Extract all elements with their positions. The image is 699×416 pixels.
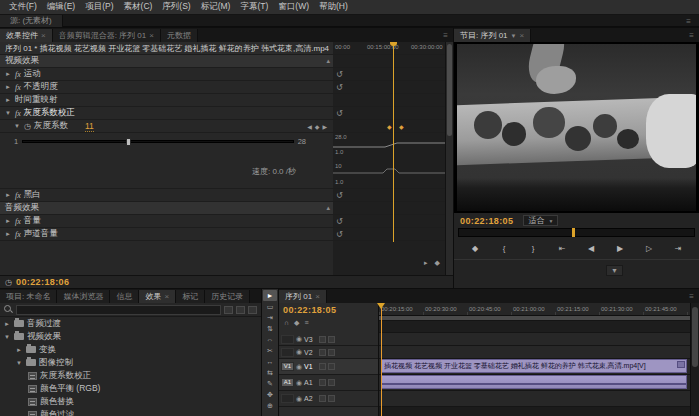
- track-header-a2[interactable]: ◉ A2: [279, 391, 378, 407]
- track-v3[interactable]: [379, 333, 690, 346]
- track-style-icon[interactable]: [328, 363, 335, 370]
- tab-info[interactable]: 信息: [110, 290, 139, 303]
- rate-stretch-tool[interactable]: ⇔: [263, 334, 277, 345]
- panel-menu-icon[interactable]: ≡: [684, 31, 699, 40]
- scrubber-playhead[interactable]: [572, 228, 575, 237]
- menu-title[interactable]: 字幕(T): [235, 0, 273, 14]
- hand-tool[interactable]: ✥: [263, 389, 277, 400]
- tab-effect-controls[interactable]: 效果控件 ×: [0, 29, 53, 42]
- effect-controls-timecode[interactable]: 00:22:18:06: [16, 277, 69, 287]
- source-patch-empty[interactable]: [281, 348, 294, 357]
- tab-program-monitor[interactable]: 节目: 序列 01 ▼ ×: [454, 29, 531, 42]
- monitor-dropdown-icon[interactable]: ▼: [511, 33, 517, 39]
- zoom-tool[interactable]: ⊕: [263, 400, 277, 411]
- expand-triangle-icon[interactable]: ►: [16, 347, 23, 353]
- pen-tool[interactable]: ✎: [263, 378, 277, 389]
- tab-effects[interactable]: 效果 ×: [139, 290, 176, 303]
- timeline-ruler[interactable]: 00:20:15:00 00:20:30:00 00:20:45:00 00:2…: [379, 303, 690, 316]
- effect-item-gamma-correction[interactable]: 灰度系数校正: [0, 369, 261, 382]
- effect-row-opacity[interactable]: ► fx 不透明度 ↺: [0, 81, 453, 94]
- panel-menu-icon[interactable]: ≡: [681, 17, 696, 26]
- play-button[interactable]: ▶: [613, 244, 627, 253]
- panel-menu-icon[interactable]: ≡: [438, 31, 453, 40]
- toggle-track-mute-icon[interactable]: ◉: [296, 379, 302, 387]
- tab-markers[interactable]: 标记: [176, 290, 205, 303]
- expand-triangle-icon[interactable]: ►: [4, 321, 11, 327]
- keyframe-icon[interactable]: ◆: [399, 123, 404, 130]
- effect-item-color-pass[interactable]: 颜色过滤: [0, 408, 261, 416]
- expand-triangle-icon[interactable]: ►: [5, 84, 12, 90]
- slide-tool[interactable]: ⇆: [263, 367, 277, 378]
- close-icon[interactable]: ×: [520, 32, 525, 40]
- mark-out-button[interactable]: }: [526, 244, 540, 253]
- 32bit-effects-filter-icon[interactable]: [236, 306, 245, 314]
- menu-window[interactable]: 窗口(W): [273, 0, 314, 14]
- toggle-animation-stopwatch-icon[interactable]: ◷: [24, 122, 31, 131]
- step-forward-button[interactable]: ▷: [642, 244, 656, 253]
- toggle-track-output-icon[interactable]: ◉: [296, 363, 302, 371]
- go-to-in-button[interactable]: ⇤: [555, 244, 569, 253]
- menu-project[interactable]: 项目(P): [80, 0, 118, 14]
- track-header-v3[interactable]: ◉ V3: [279, 333, 378, 346]
- add-keyframe-button[interactable]: ◆: [315, 123, 320, 130]
- razor-tool[interactable]: ✂: [263, 345, 277, 356]
- effect-item-color-replace[interactable]: 颜色替换: [0, 395, 261, 408]
- source-patch-empty[interactable]: [281, 335, 294, 344]
- menu-marker[interactable]: 标记(M): [196, 0, 236, 14]
- collapse-section-icon[interactable]: ▴: [326, 204, 330, 212]
- menu-clip[interactable]: 素材(C): [119, 0, 158, 14]
- collapse-section-icon[interactable]: ▴: [326, 57, 330, 65]
- track-lock-icon[interactable]: [319, 379, 326, 386]
- go-to-out-button[interactable]: ⇥: [671, 244, 685, 253]
- source-patch-empty[interactable]: [281, 394, 294, 403]
- effects-search-input[interactable]: [16, 305, 221, 315]
- toggle-track-mute-icon[interactable]: ◉: [296, 395, 302, 403]
- track-header-v2[interactable]: ◉ V2: [279, 346, 378, 359]
- close-icon[interactable]: ×: [41, 32, 46, 40]
- track-a2[interactable]: [379, 391, 690, 407]
- timeline-timecode[interactable]: 00:22:18:05: [283, 305, 336, 315]
- collapse-triangle-icon[interactable]: ▼: [4, 334, 11, 340]
- tab-sequence-01[interactable]: 序列 01 ×: [279, 290, 327, 303]
- panel-menu-icon[interactable]: ≡: [684, 292, 699, 301]
- tab-source-monitor[interactable]: 源: (无素材): [0, 15, 63, 27]
- audio-clip[interactable]: [381, 375, 687, 389]
- toggle-track-output-icon[interactable]: ◉: [296, 335, 302, 343]
- track-lock-icon[interactable]: [319, 395, 326, 402]
- param-row-gamma[interactable]: ▼ ◷ 灰度系数 11 ◀ ◆ ▶ ◆ ◆: [0, 120, 453, 133]
- keyframe-icon[interactable]: ◆: [387, 123, 392, 130]
- effect-controls-scrollbar[interactable]: [445, 42, 453, 275]
- program-timecode[interactable]: 00:22:18:05: [460, 216, 513, 226]
- effect-row-black-white[interactable]: ► fx 黑白 ↺: [0, 189, 453, 202]
- reset-effect-button[interactable]: ↺: [336, 230, 343, 239]
- accelerated-effects-filter-icon[interactable]: [224, 306, 233, 314]
- program-scrubber[interactable]: [458, 228, 695, 237]
- effects-bin-transform[interactable]: ► 变换: [0, 343, 261, 356]
- track-lock-icon[interactable]: [319, 349, 326, 356]
- menu-file[interactable]: 文件(F): [4, 0, 42, 14]
- keyframe-icon[interactable]: ◆: [435, 259, 440, 267]
- tab-history[interactable]: 历史记录: [205, 290, 250, 303]
- track-lock-icon[interactable]: [319, 363, 326, 370]
- expand-triangle-icon[interactable]: ►: [5, 97, 12, 103]
- effect-row-motion[interactable]: ► fx 运动 ↺: [0, 68, 453, 81]
- timeline-settings-button[interactable]: ≡: [304, 319, 308, 326]
- add-marker-button[interactable]: ◆: [294, 319, 299, 327]
- tab-metadata[interactable]: 元数据: [161, 29, 198, 42]
- effect-item-color-balance-rgb[interactable]: 颜色平衡 (RGB): [0, 382, 261, 395]
- zoom-level-dropdown[interactable]: 适合 ▼: [523, 215, 558, 226]
- effect-row-time-remapping[interactable]: ► 时间重映射: [0, 94, 453, 107]
- effect-controls-playhead[interactable]: [393, 42, 394, 242]
- expand-triangle-icon[interactable]: ▼: [5, 110, 12, 116]
- effect-row-volume[interactable]: ► fx 音量 ↺: [0, 215, 453, 228]
- step-back-button[interactable]: ◀: [584, 244, 598, 253]
- snap-button[interactable]: ∩: [284, 319, 289, 326]
- expand-triangle-icon[interactable]: ►: [5, 192, 12, 198]
- rolling-edit-tool[interactable]: ⇅: [263, 323, 277, 334]
- track-header-a1[interactable]: A1 ◉ A1: [279, 375, 378, 391]
- effects-bin-video-effects[interactable]: ▼ 视频效果: [0, 330, 261, 343]
- gamma-slider-handle[interactable]: [126, 138, 131, 146]
- track-a1[interactable]: [379, 375, 690, 391]
- tab-media-browser[interactable]: 媒体浏览器: [57, 290, 110, 303]
- reset-effect-button[interactable]: ↺: [336, 70, 343, 79]
